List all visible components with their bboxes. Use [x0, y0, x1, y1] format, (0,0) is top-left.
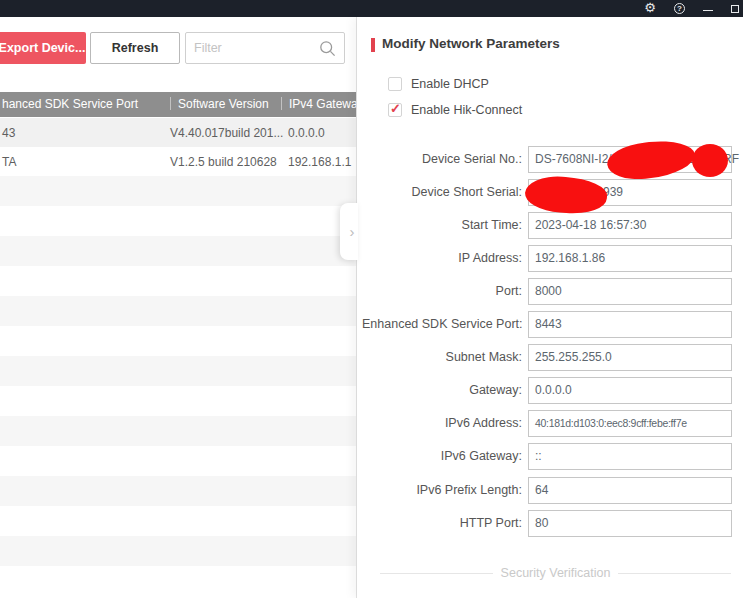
titlebar: ⚙ ?: [0, 0, 743, 17]
subnet-mask-input[interactable]: 255.255.255.0: [528, 344, 732, 371]
field-label-ipv6-gateway: IPv6 Gateway:: [362, 443, 522, 470]
field-label-subnet-mask: Subnet Mask:: [362, 344, 522, 371]
checkbox-icon: ✓: [388, 103, 402, 117]
minimize-icon[interactable]: [703, 10, 713, 11]
field-label-port: Port:: [362, 278, 522, 305]
field-label-gateway: Gateway:: [362, 377, 522, 404]
field-label-ipv6-prefix-length: IPv6 Prefix Length:: [362, 477, 522, 504]
gateway-input[interactable]: 0.0.0.0: [528, 377, 732, 404]
column-separator: [170, 97, 171, 110]
port-input[interactable]: 8000: [528, 278, 732, 305]
empty-table-row: [0, 416, 356, 446]
checkbox-label: Enable DHCP: [411, 77, 489, 91]
security-verification-divider: Security Verification: [380, 565, 731, 581]
search-icon: [319, 40, 336, 57]
enable-hik-connect-checkbox[interactable]: ✓ Enable Hik-Connect: [388, 102, 522, 118]
field-label-start-time: Start Time:: [362, 212, 522, 239]
collapse-panel-handle[interactable]: ›: [340, 203, 358, 260]
enhanced-sdk-port-input[interactable]: 8443: [528, 311, 732, 338]
empty-table-row: [0, 266, 356, 296]
column-header-software-version[interactable]: Software Version: [178, 97, 269, 111]
field-label-short-serial: Device Short Serial:: [362, 179, 522, 206]
empty-table-row: [0, 326, 356, 356]
ipv6-prefix-length-input[interactable]: 64: [528, 477, 732, 504]
title-accent-bar: [371, 38, 375, 52]
device-list-panel: Export Devic... Refresh hanced SDK Servi…: [0, 17, 356, 598]
settings-gear-icon[interactable]: ⚙: [644, 1, 656, 14]
divider-line: [618, 573, 731, 574]
empty-table-row: [0, 536, 356, 566]
cell-ipv4-gateway: 0.0.0.0: [288, 126, 325, 140]
cell-sdk-port: TA: [2, 155, 16, 169]
enable-dhcp-checkbox[interactable]: ✓ Enable DHCP: [388, 76, 489, 92]
export-device-button[interactable]: Export Devic...: [0, 32, 86, 64]
field-label-enhanced-sdk-port: Enhanced SDK Service Port:: [362, 311, 522, 338]
table-row[interactable]: 43 V4.40.017build 201... 0.0.0.0: [0, 118, 356, 147]
filter-field[interactable]: [185, 32, 345, 64]
panel-title: Modify Network Parameters: [382, 36, 560, 51]
redaction-scribble: [692, 144, 728, 177]
empty-table-row: [0, 386, 356, 416]
redaction-scribble: [524, 174, 608, 216]
http-port-input[interactable]: 80: [528, 510, 732, 537]
help-icon[interactable]: ?: [674, 3, 685, 14]
empty-table-row: [0, 206, 356, 236]
field-label-ip-address: IP Address:: [362, 245, 522, 272]
table-header: hanced SDK Service Port Software Version…: [0, 92, 356, 117]
empty-table-row: [0, 356, 356, 386]
cell-ipv4-gateway: 192.168.1.1: [288, 155, 351, 169]
device-serial-input[interactable]: DS-7608NI-I2/8P 2 RF: [528, 146, 732, 173]
column-header-sdk-port[interactable]: hanced SDK Service Port: [2, 97, 138, 111]
column-separator: [281, 97, 282, 110]
field-label-ipv6-address: IPv6 Address:: [362, 410, 522, 437]
empty-table-row: [0, 236, 356, 266]
chevron-right-icon: ›: [350, 224, 355, 239]
empty-table-row: [0, 506, 356, 536]
field-label-device-serial: Device Serial No.:: [362, 146, 522, 173]
empty-table-row: [0, 476, 356, 506]
cell-sdk-port: 43: [2, 126, 15, 140]
start-time-input[interactable]: 2023-04-18 16:57:30: [528, 212, 732, 239]
empty-table-row: [0, 446, 356, 476]
application-window: ⚙ ? Export Devic... Refresh hanced SDK S…: [0, 0, 743, 598]
refresh-button[interactable]: Refresh: [90, 32, 180, 64]
ipv6-gateway-input[interactable]: ::: [528, 443, 732, 470]
empty-table-row: [0, 296, 356, 326]
modify-network-parameters-panel: Modify Network Parameters ✓ Enable DHCP …: [357, 17, 743, 598]
field-label-http-port: HTTP Port:: [362, 510, 522, 537]
filter-input[interactable]: [194, 33, 312, 63]
column-header-ipv4-gateway[interactable]: IPv4 Gatewa: [289, 97, 358, 111]
ipv6-address-input[interactable]: 40:181d:d103:0:eec8:9cff:febe:ff7e: [528, 410, 732, 437]
maximize-icon[interactable]: [731, 5, 739, 13]
cell-software-version: V4.40.017build 201...: [170, 126, 283, 140]
device-short-serial-input[interactable]: 939: [528, 179, 732, 206]
empty-table-row: [0, 566, 356, 596]
table-row[interactable]: TA V1.2.5 build 210628 192.168.1.1: [0, 147, 356, 176]
ip-address-input[interactable]: 192.168.1.86: [528, 245, 732, 272]
cell-software-version: V1.2.5 build 210628: [170, 155, 277, 169]
security-verification-label: Security Verification: [501, 566, 611, 580]
empty-table-row: [0, 176, 356, 206]
checkbox-label: Enable Hik-Connect: [411, 103, 522, 117]
checkbox-icon: ✓: [388, 77, 402, 91]
redaction-scribble: [605, 137, 696, 182]
divider-line: [380, 573, 493, 574]
